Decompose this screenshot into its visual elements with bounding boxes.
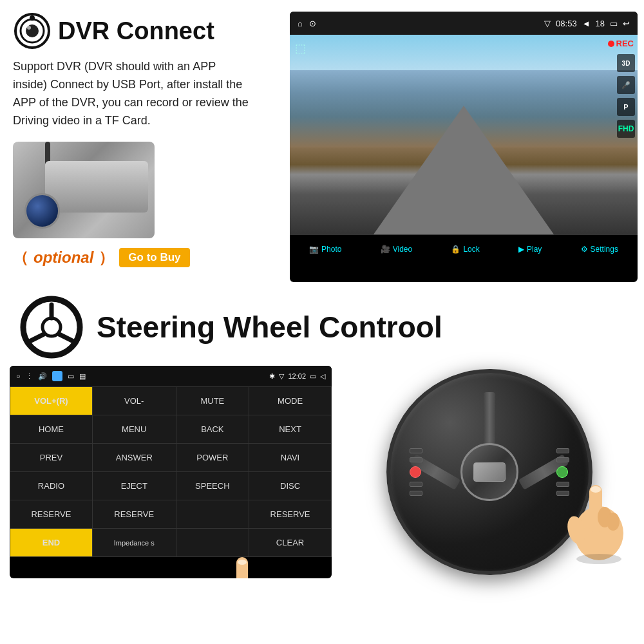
settings-icon: ⚙: [581, 245, 588, 254]
svg-point-3: [27, 26, 31, 30]
lock-label: Lock: [463, 245, 479, 254]
rec-indicator: REC: [608, 39, 634, 48]
screen-toolbar: 📷 Photo 🎥 Video 🔒 Lock ▶ Play ⚙ Set: [290, 234, 638, 263]
cell-menu: MENU: [92, 415, 176, 444]
table-row: HOME MENU BACK NEXT: [10, 415, 332, 444]
screen-video: REC ⬚ 3D 🎤 P FHD: [290, 35, 638, 234]
table-row: END Impedance s CLEAR: [10, 529, 332, 557]
video-label: Video: [393, 245, 412, 254]
dvr-right-panel: ⌂ ⊙ ▽ 08:53 ◄ 18 ▭ ↩ RE: [283, 12, 638, 282]
bluetooth-icon: ✱: [269, 372, 275, 381]
frame-icon: ⬚: [295, 41, 306, 55]
cell-radio: RADIO: [10, 472, 93, 500]
cell-navi: NAVI: [249, 444, 332, 472]
svg-point-4: [30, 15, 35, 21]
optional-open-paren: （: [13, 247, 28, 268]
settings-label: Settings: [591, 245, 618, 254]
dvr-title-row: DVR Connect: [13, 12, 283, 50]
svg-line-8: [27, 334, 44, 343]
spoke-top: [484, 392, 495, 444]
optional-row: （ optional ） Go to Buy: [13, 247, 283, 268]
location-icon: ⊙: [309, 19, 316, 28]
cell-home: HOME: [10, 415, 93, 444]
dvr-title: DVR Connect: [58, 17, 214, 45]
optional-close-paren: ）: [99, 247, 114, 268]
rec-label: REC: [616, 39, 634, 48]
android-screen: ○ ⋮ 🔊 ▭ ▤ ✱ ▽ 12:02 ▭ ◁ VOL+(R) VOL-: [10, 366, 332, 578]
android-statusbar-left: ○ ⋮ 🔊 ▭ ▤: [16, 371, 86, 381]
android-card-icon: ▭: [68, 372, 74, 381]
icon-fhd: FHD: [617, 120, 635, 138]
left-btn-5: [410, 491, 422, 496]
icon-3d: 3D: [617, 54, 635, 72]
cell-reserve-2: RESERVE: [92, 500, 176, 529]
dvr-camera-image-area: [13, 142, 283, 238]
road-graphic: [374, 106, 554, 234]
camera-icon: [13, 12, 52, 50]
battery-icon-android: ▭: [310, 372, 316, 381]
video-icon: 🎥: [381, 245, 390, 254]
hand-pointing-icon: [209, 544, 280, 578]
cell-reserve-1: RESERVE: [10, 500, 93, 529]
screen-time: 08:53: [556, 19, 577, 28]
signal-icon: ▽: [544, 19, 551, 28]
wifi-icon: ▽: [279, 372, 284, 381]
cell-end: END: [10, 529, 93, 557]
steering-wheel-photo: [345, 366, 634, 578]
cell-mode: MODE: [249, 387, 332, 415]
steering-title: Steering Wheel Controol: [97, 310, 442, 345]
battery-level: 18: [596, 19, 605, 28]
wheel-logo: [473, 462, 506, 482]
screen-statusbar: ⌂ ⊙ ▽ 08:53 ◄ 18 ▭ ↩: [290, 12, 638, 35]
table-row: PREV ANSWER POWER NAVI: [10, 444, 332, 472]
toolbar-photo[interactable]: 📷 Photo: [309, 245, 341, 254]
statusbar-right: ▽ 08:53 ◄ 18 ▭ ↩: [544, 19, 630, 28]
right-btn-2: [556, 457, 569, 462]
cell-vol-minus: VOL-: [92, 387, 176, 415]
toolbar-play[interactable]: ▶ Play: [518, 245, 542, 254]
back-icon-android: ◁: [320, 372, 325, 381]
android-time: 12:02: [288, 372, 306, 380]
fhd-label: FHD: [618, 124, 634, 133]
sky-bg: [290, 35, 638, 73]
optional-label: optional: [33, 249, 93, 267]
svg-point-21: [607, 513, 620, 531]
android-circle-icon: ○: [16, 372, 21, 380]
steering-title-row: Steering Wheel Controol: [19, 295, 442, 359]
back-icon: ↩: [623, 19, 630, 28]
left-btn-3: [410, 466, 421, 478]
dvr-screen: ⌂ ⊙ ▽ 08:53 ◄ 18 ▭ ↩ RE: [290, 12, 638, 282]
android-phone-icon: ▤: [79, 372, 86, 381]
cell-disc: DISC: [249, 472, 332, 500]
cell-vol-r: VOL+(R): [10, 387, 93, 415]
cell-next: NEXT: [249, 415, 332, 444]
play-label: Play: [527, 245, 542, 254]
left-btn-2: [410, 457, 422, 462]
svg-point-23: [576, 554, 621, 564]
lock-icon: 🔒: [451, 245, 460, 254]
left-controls: [410, 448, 422, 496]
svg-line-9: [59, 334, 76, 343]
right-btn-1: [556, 448, 569, 453]
table-row: RESERVE RESERVE RESERVE: [10, 500, 332, 529]
toolbar-settings[interactable]: ⚙ Settings: [581, 245, 618, 254]
cell-mute: MUTE: [176, 387, 249, 415]
rec-dot: [608, 41, 614, 47]
steering-title-section: Steering Wheel Controol: [0, 289, 644, 366]
android-statusbar: ○ ⋮ 🔊 ▭ ▤ ✱ ▽ 12:02 ▭ ◁: [10, 366, 332, 386]
side-icons: 3D 🎤 P FHD: [617, 54, 635, 138]
cell-eject: EJECT: [92, 472, 176, 500]
toolbar-video[interactable]: 🎥 Video: [381, 245, 412, 254]
steering-table: VOL+(R) VOL- MUTE MODE HOME MENU BACK NE…: [10, 386, 332, 557]
svg-point-16: [238, 560, 247, 565]
cell-prev: PREV: [10, 444, 93, 472]
toolbar-lock[interactable]: 🔒 Lock: [451, 245, 479, 254]
photo-label: Photo: [321, 245, 341, 254]
go-to-buy-button[interactable]: Go to Buy: [119, 248, 189, 267]
bottom-section: ○ ⋮ 🔊 ▭ ▤ ✱ ▽ 12:02 ▭ ◁ VOL+(R) VOL-: [0, 366, 644, 585]
cell-empty-1: [176, 500, 249, 529]
photo-icon: 📷: [309, 245, 319, 254]
icon-p: P: [617, 98, 635, 116]
table-row: RADIO EJECT SPEECH DISC: [10, 472, 332, 500]
android-menu-icon: ⋮: [26, 372, 33, 381]
